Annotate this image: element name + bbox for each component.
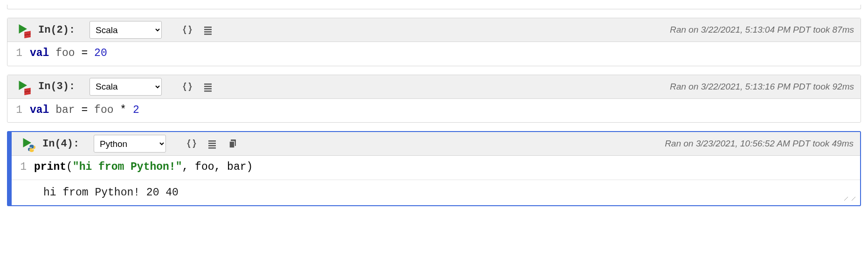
- svg-rect-7: [204, 90, 212, 92]
- language-select[interactable]: ScalaPython: [94, 135, 166, 153]
- code-line[interactable]: val bar = foo * 2: [30, 102, 861, 119]
- run-cell-button[interactable]: [14, 22, 31, 37]
- output-text: hi from Python! 20 40: [43, 187, 179, 199]
- line-number: 1: [7, 45, 30, 62]
- run-cell-button[interactable]: [18, 136, 35, 151]
- clipboard-icon[interactable]: [225, 136, 241, 152]
- code-area[interactable]: 1print("hi from Python!", foo, bar): [12, 156, 860, 180]
- svg-rect-9: [208, 143, 216, 144]
- code-area[interactable]: 1val foo = 20: [7, 42, 861, 66]
- svg-rect-3: [204, 34, 212, 35]
- cell-run-status: Ran on 3/22/2021, 5:13:16 PM PDT took 92…: [670, 82, 854, 92]
- svg-rect-5: [204, 86, 212, 87]
- menu-lines-icon[interactable]: [200, 22, 216, 38]
- run-cell-button[interactable]: [14, 79, 31, 94]
- cell-output: hi from Python! 20 40⟋⟋: [12, 180, 860, 205]
- code-area[interactable]: 1val bar = foo * 2: [7, 99, 861, 123]
- cell-input-label: In(3):: [38, 81, 81, 92]
- code-line[interactable]: val foo = 20: [30, 45, 861, 62]
- language-badge-icon: [28, 144, 36, 152]
- menu-lines-icon[interactable]: [200, 79, 216, 95]
- cell-input-label: In(4):: [42, 138, 85, 150]
- language-badge-icon: [23, 87, 32, 95]
- svg-rect-6: [204, 88, 212, 90]
- language-badge-icon: [23, 30, 32, 38]
- cell-input-label: In(2):: [38, 24, 81, 36]
- notebook-cell: In(4):ScalaPython Ran on 3/23/2021, 10:5…: [7, 131, 861, 206]
- braces-icon[interactable]: [179, 79, 195, 95]
- svg-rect-13: [229, 141, 234, 148]
- cell-run-status: Ran on 3/22/2021, 5:13:04 PM PDT took 87…: [670, 25, 854, 35]
- code-line[interactable]: print("hi from Python!", foo, bar): [34, 159, 860, 176]
- cell-toolbar: In(4):ScalaPython Ran on 3/23/2021, 10:5…: [12, 132, 860, 156]
- language-select[interactable]: ScalaPython: [90, 78, 162, 96]
- language-select[interactable]: ScalaPython: [90, 21, 162, 39]
- braces-icon[interactable]: [179, 22, 195, 38]
- cell-run-status: Ran on 3/23/2021, 10:56:52 AM PDT took 4…: [665, 139, 854, 149]
- braces-icon[interactable]: [184, 136, 200, 152]
- svg-rect-8: [208, 140, 216, 142]
- partial-cell-above: [7, 5, 861, 9]
- cell-toolbar: In(2):ScalaPython Ran on 3/22/2021, 5:13…: [7, 18, 861, 42]
- cell-toolbar: In(3):ScalaPython Ran on 3/22/2021, 5:13…: [7, 75, 861, 99]
- svg-rect-4: [204, 83, 212, 85]
- svg-rect-2: [204, 31, 212, 33]
- notebook-cell: In(3):ScalaPython Ran on 3/22/2021, 5:13…: [7, 75, 861, 123]
- line-number: 1: [12, 159, 34, 176]
- resize-handle[interactable]: ⟋⟋: [842, 195, 857, 203]
- svg-rect-1: [204, 29, 212, 30]
- notebook-cell: In(2):ScalaPython Ran on 3/22/2021, 5:13…: [7, 18, 861, 66]
- svg-rect-10: [208, 145, 216, 146]
- svg-rect-0: [204, 27, 212, 28]
- line-number: 1: [7, 102, 30, 119]
- menu-lines-icon[interactable]: [204, 136, 220, 152]
- svg-rect-11: [208, 147, 216, 149]
